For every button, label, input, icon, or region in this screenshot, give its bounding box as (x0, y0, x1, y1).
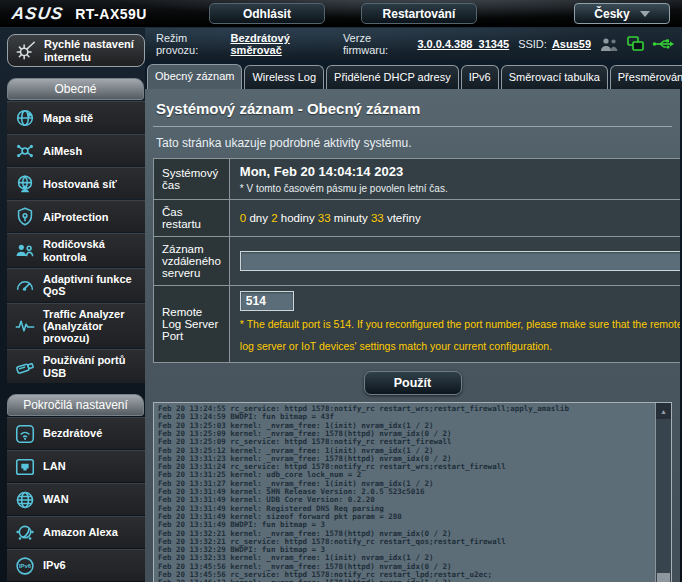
asus-logo: ASUS (11, 4, 65, 24)
apply-row: Použít (153, 363, 672, 402)
reboot-button[interactable]: Restartování (361, 3, 477, 24)
ssid-label: SSID: (518, 38, 547, 50)
sidebar-item-mapa-site[interactable]: Mapa sítě (7, 101, 145, 133)
firmware-version-link[interactable]: 3.0.0.4.388_31345 (417, 38, 509, 50)
sidebar-item-label: WAN (43, 493, 69, 505)
sidebar-item-label: Traffic Analyzer (Analyzátor provozu) (43, 308, 143, 345)
tab-ipv6[interactable]: IPv6 (461, 65, 499, 89)
uptime-value: 0 dny 2 hodiny 33 minuty 33 vteřiny (240, 212, 421, 224)
vertical-scrollbar[interactable]: ▲ ▼ (655, 403, 671, 582)
sidebar-item-traffic-analyzer-analyzator-provozu[interactable]: Traffic Analyzer (Analyzátor provozu) (7, 303, 145, 349)
content-column: Režim provozu: Bezdrátový směrovač Verze… (145, 28, 682, 582)
sidebar-item-label: Adaptivní funkce QoS (43, 273, 143, 298)
logout-button[interactable]: Odhlásit (209, 3, 325, 24)
top-banner: ASUS RT-AX59U Odhlásit Restartování Česk… (0, 0, 682, 28)
remote-port-label: Remote Log Server Port (154, 286, 230, 363)
clients-icon[interactable] (600, 37, 619, 52)
remote-server-label: Záznam vzdáleného serveru (154, 237, 230, 286)
sidebar-item-pouzivani-portu-usb[interactable]: Používání portů USB (7, 349, 145, 383)
remote-port-input[interactable] (240, 291, 294, 311)
operation-mode-link[interactable]: Bezdrátový směrovač (230, 32, 333, 56)
alexa-icon (12, 522, 37, 544)
uptime-label: Čas restartu (154, 200, 230, 237)
tab-pridelene-dhcp-adresy[interactable]: Přidělené DHCP adresy (326, 65, 459, 89)
sidebar: Rychlé nastavení internetu ObecnéMapa sí… (0, 28, 145, 582)
ipv6-icon: IPv6 (12, 555, 37, 577)
sidebar-nav: ObecnéMapa sítěAiMeshHostovaná síťAiProt… (7, 78, 145, 582)
sidebar-item-label: LAN (43, 460, 66, 472)
main-panel: Systémový záznam - Obecný záznam Tato st… (145, 89, 680, 582)
sidebar-item-aimesh[interactable]: AiMesh (7, 134, 145, 166)
sidebar-item-label: Používání portů USB (43, 354, 143, 379)
sidebar-item-label: Bezdrátové (43, 427, 102, 439)
firmware-label: Verze firmwaru: (343, 32, 412, 56)
vertical-scroll-thumb[interactable] (657, 573, 670, 582)
remote-port-note: * The default port is 514. If you reconf… (240, 313, 680, 357)
router-model: RT-AX59U (75, 6, 147, 22)
page-title: Systémový záznam - Obecný záznam (153, 95, 672, 127)
settings-table: Systémový čas Mon, Feb 20 14:04:14 2023 … (153, 158, 680, 363)
apply-button[interactable]: Použít (364, 371, 462, 395)
operation-mode-label: Režim provozu: (156, 32, 225, 56)
system-time-label: Systémový čas (154, 159, 230, 200)
remote-server-input[interactable] (240, 251, 680, 271)
chevron-down-icon (640, 11, 650, 17)
language-label: Česky (594, 7, 629, 21)
system-log-box: Feb 20 13:24:55 rc_service: httpd 1578:n… (153, 402, 672, 582)
router-admin-page: ASUS RT-AX59U Odhlásit Restartování Česk… (0, 0, 682, 582)
sidebar-item-wan[interactable]: WAN (7, 483, 145, 515)
sidebar-item-adaptivni-funkce-qos[interactable]: Adaptivní funkce QoS (7, 268, 145, 302)
status-bar: Režim provozu: Bezdrátový směrovač Verze… (145, 28, 682, 60)
log-text[interactable]: Feb 20 13:24:55 rc_service: httpd 1578:n… (154, 403, 655, 582)
quick-setup-icon (13, 40, 38, 62)
wan-icon (12, 489, 37, 511)
sidebar-item-label: Hostovaná síť (43, 178, 117, 190)
sidebar-item-amazon-alexa[interactable]: Amazon Alexa (7, 516, 145, 548)
tab-smerovaci-tabulka[interactable]: Směrovací tabulka (501, 65, 608, 89)
wireless-icon (12, 423, 37, 445)
qos-icon (12, 274, 37, 296)
parental-controls-icon (12, 240, 37, 262)
table-row-remote-port: Remote Log Server Port * The default por… (154, 286, 681, 363)
sidebar-item-bezdratove[interactable]: Bezdrátové (7, 417, 145, 449)
svg-text:IPv6: IPv6 (18, 563, 31, 569)
status-icons (600, 36, 674, 52)
traffic-analyzer-icon (12, 315, 37, 337)
guest-network-icon (12, 173, 37, 195)
tab-obecny-zaznam[interactable]: Obecný záznam (147, 64, 242, 90)
ssid-link[interactable]: Asus59 (552, 38, 591, 50)
sidebar-section-pokrocila-nastaveni: Pokročilá nastavení (7, 394, 144, 416)
sidebar-item-label: Amazon Alexa (43, 526, 118, 538)
tab-wireless-log[interactable]: Wireless Log (244, 65, 324, 89)
network-map-icon (12, 107, 37, 129)
table-row-system-time: Systémový čas Mon, Feb 20 14:04:14 2023 … (154, 159, 681, 200)
sidebar-item-quick-internet-setup[interactable]: Rychlé nastavení internetu (7, 34, 145, 67)
tab-presmerovani-portu[interactable]: Přesměrování portů (610, 65, 682, 89)
aiprotection-icon (12, 206, 37, 228)
wired-clients-icon[interactable] (627, 36, 644, 52)
system-time-value: Mon, Feb 20 14:04:14 2023 (240, 164, 680, 179)
table-row-remote-server: Záznam vzdáleného serveru (154, 237, 681, 286)
body-row: Rychlé nastavení internetu ObecnéMapa sí… (0, 28, 682, 582)
language-select[interactable]: Česky (574, 3, 670, 24)
vertical-scroll-track[interactable] (656, 419, 671, 582)
sidebar-item-rodicovska-kontrola[interactable]: Rodičovská kontrola (7, 233, 145, 267)
scroll-up-icon[interactable]: ▲ (656, 403, 671, 419)
system-time-note: * V tomto časovém pásmu je povolen letní… (240, 183, 680, 194)
sidebar-item-hostovana-sit[interactable]: Hostovaná síť (7, 167, 145, 199)
sidebar-item-ipv6[interactable]: IPv6IPv6 (7, 549, 145, 581)
sidebar-item-label: Mapa sítě (43, 112, 93, 124)
tab-bar: Obecný záznamWireless LogPřidělené DHCP … (145, 60, 682, 89)
sidebar-item-label: IPv6 (43, 559, 66, 571)
lan-icon (12, 456, 37, 478)
aimesh-icon (12, 140, 37, 162)
sidebar-item-lan[interactable]: LAN (7, 450, 145, 482)
sidebar-item-label: AiMesh (43, 145, 82, 157)
sidebar-item-label: AiProtection (43, 211, 108, 223)
sidebar-item-label: Rychlé nastavení internetu (44, 38, 139, 63)
usb-device-icon[interactable] (652, 37, 674, 51)
sidebar-item-aiprotection[interactable]: AiProtection (7, 200, 145, 232)
usb-app-icon (12, 356, 37, 378)
sidebar-item-label: Rodičovská kontrola (43, 238, 143, 263)
sidebar-section-obecne: Obecné (7, 78, 144, 100)
